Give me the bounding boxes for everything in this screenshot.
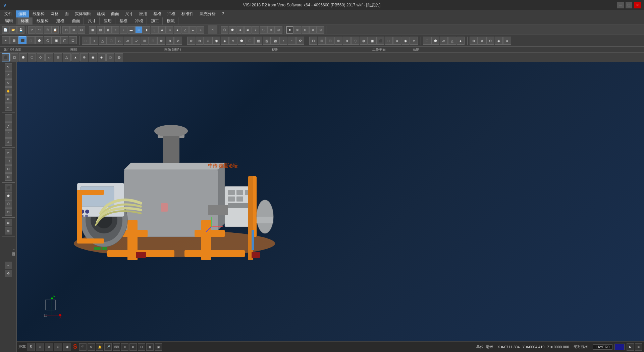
sb-solid3[interactable]: ⬡ bbox=[5, 200, 12, 208]
sb-select[interactable]: ↖ bbox=[5, 63, 12, 71]
special-btn4[interactable]: ◈ bbox=[236, 26, 244, 34]
tb-misc10[interactable]: ▰ bbox=[158, 26, 166, 34]
sb-rotate[interactable]: ↻ bbox=[5, 79, 12, 87]
view-icon9[interactable]: ⬛ bbox=[376, 37, 384, 45]
tb-misc4[interactable]: ▪ bbox=[112, 26, 119, 34]
menu-edit[interactable]: 编辑 bbox=[16, 10, 29, 17]
bb-btn2[interactable]: ⊕ bbox=[36, 343, 44, 351]
attr-btn1[interactable]: ≡ bbox=[2, 36, 10, 44]
menu-mold[interactable]: 塑模 bbox=[151, 10, 164, 17]
sb-pointer[interactable]: ↗ bbox=[5, 71, 12, 79]
view-btn1[interactable]: ◻ bbox=[62, 26, 70, 34]
vt-btn13[interactable]: ◌ bbox=[106, 53, 114, 61]
wp-icon2[interactable]: ⬟ bbox=[431, 37, 439, 45]
status-icon9[interactable]: ▦ bbox=[146, 343, 154, 351]
vt-btn8[interactable]: △ bbox=[63, 53, 71, 61]
attr-btn9[interactable]: ☑ bbox=[69, 36, 77, 44]
sb-extend[interactable]: ⟶ bbox=[5, 157, 12, 165]
sb-trim[interactable]: ✂ bbox=[5, 149, 12, 157]
vt-btn14[interactable]: ◍ bbox=[115, 53, 123, 61]
sb-solid1[interactable]: ⬛ bbox=[5, 184, 12, 191]
menu-mesh[interactable]: 网格 bbox=[48, 10, 61, 17]
special-btn9[interactable]: ◎ bbox=[275, 26, 282, 34]
tab-machining[interactable]: 加工 bbox=[148, 17, 163, 25]
vt-btn6[interactable]: ▱ bbox=[45, 53, 53, 61]
sb-line[interactable]: ╱ bbox=[5, 122, 12, 130]
img-btn8[interactable]: ⬡ bbox=[246, 37, 254, 45]
tb-misc7[interactable]: ▭ bbox=[135, 26, 143, 34]
sys-icon4[interactable]: ◉ bbox=[495, 37, 503, 45]
menu-standard[interactable]: 标准件 bbox=[179, 10, 196, 17]
view-icon11[interactable]: ◈ bbox=[393, 37, 401, 45]
img-btn5[interactable]: ◈ bbox=[221, 37, 229, 45]
tb-misc2[interactable]: ▧ bbox=[97, 26, 104, 34]
new-button[interactable]: 📄 bbox=[2, 26, 9, 34]
special-btn5[interactable]: ◉ bbox=[244, 26, 252, 34]
tab-standard[interactable]: 标准 bbox=[17, 17, 33, 25]
minimize-button[interactable]: ─ bbox=[617, 2, 624, 8]
menu-dimension[interactable]: 尺寸 bbox=[122, 10, 136, 17]
view-icon6[interactable]: ◌ bbox=[351, 37, 359, 45]
img-btn14[interactable]: ⚙ bbox=[296, 37, 304, 45]
tab-flow[interactable]: 楔流 bbox=[163, 17, 178, 25]
vt-btn7[interactable]: ⊞ bbox=[54, 53, 62, 61]
img-btn10[interactable]: ▧ bbox=[263, 37, 271, 45]
open-button[interactable]: 📂 bbox=[9, 26, 17, 34]
attr-btn4[interactable]: ◻ bbox=[27, 36, 35, 44]
img-btn13[interactable]: ▫ bbox=[288, 37, 296, 45]
bb-btn5[interactable]: ◉ bbox=[63, 343, 71, 351]
tb-misc9[interactable]: ▯ bbox=[151, 26, 158, 34]
tab-mold[interactable]: 塑模 bbox=[116, 17, 131, 25]
img-btn1[interactable]: ⊕ bbox=[187, 37, 195, 45]
wp-icon4[interactable]: △ bbox=[448, 37, 456, 45]
shape-btn2[interactable]: ○ bbox=[90, 37, 98, 45]
close-button[interactable]: ✕ bbox=[634, 2, 641, 8]
vt-btn3[interactable]: ⬟ bbox=[19, 53, 27, 61]
tb-misc12[interactable]: ▲ bbox=[174, 26, 181, 34]
menu-curve[interactable]: 曲面 bbox=[108, 10, 122, 17]
menu-die[interactable]: 冲模 bbox=[165, 10, 178, 17]
shape-btn12[interactable]: ⊘ bbox=[174, 37, 182, 45]
sys-btn3[interactable]: ⊗ bbox=[309, 26, 317, 34]
status-icon7[interactable]: ⊗ bbox=[129, 343, 137, 351]
copy-button[interactable]: ⎘ bbox=[44, 26, 51, 34]
img-btn3[interactable]: ⊖ bbox=[204, 37, 212, 45]
sb-prop1[interactable]: ≡ bbox=[5, 262, 12, 269]
sb-pan[interactable]: ✋ bbox=[5, 87, 12, 95]
tab-die[interactable]: 冲模 bbox=[132, 17, 147, 25]
status-icon4[interactable]: 🎤 bbox=[104, 343, 112, 351]
status-icon10[interactable]: ▣ bbox=[155, 343, 162, 351]
menu-apply[interactable]: 应用 bbox=[137, 10, 150, 17]
shape-btn9[interactable]: ⊟ bbox=[149, 37, 157, 45]
shape-btn6[interactable]: ▱ bbox=[124, 37, 132, 45]
tab-dimension[interactable]: 尺寸 bbox=[85, 17, 100, 25]
attr-btn3[interactable]: ⬛ bbox=[18, 36, 26, 44]
img-btn11[interactable]: ▩ bbox=[271, 37, 279, 45]
shape-btn4[interactable]: ⬡ bbox=[107, 37, 115, 45]
img-btn6[interactable]: ◊ bbox=[229, 37, 237, 45]
tb-misc15[interactable]: ▵ bbox=[197, 26, 204, 34]
view-icon3[interactable]: ⊟ bbox=[326, 37, 334, 45]
tb-misc5[interactable]: ▫ bbox=[120, 26, 127, 34]
vt-btn2[interactable]: ◻ bbox=[10, 53, 18, 61]
status-icon5[interactable]: ⌨ bbox=[113, 343, 120, 351]
special-btn1[interactable]: tI bbox=[208, 26, 217, 34]
maximize-button[interactable]: □ bbox=[626, 2, 632, 8]
vt-btn4[interactable]: ⬡ bbox=[28, 53, 36, 61]
sb-mirror[interactable]: ⊞ bbox=[5, 173, 12, 181]
attr-btn2[interactable]: ⊞ bbox=[10, 36, 18, 44]
tb-misc13[interactable]: △ bbox=[181, 26, 189, 34]
wp-icon1[interactable]: ⬡ bbox=[423, 37, 431, 45]
shape-btn7[interactable]: ⬭ bbox=[132, 37, 140, 45]
vt-btn5[interactable]: ◇ bbox=[37, 53, 45, 61]
tb-misc8[interactable]: ▮ bbox=[143, 26, 150, 34]
tb-misc11[interactable]: ▱ bbox=[166, 26, 173, 34]
view-btn2[interactable]: ⊞ bbox=[70, 26, 77, 34]
sys-btn4[interactable]: ⊘ bbox=[317, 26, 324, 34]
special-btn8[interactable]: ◍ bbox=[267, 26, 275, 34]
view-icon4[interactable]: ⊕ bbox=[334, 37, 342, 45]
view-btn3[interactable]: ⊟ bbox=[78, 26, 85, 34]
sb-circle[interactable]: ○ bbox=[5, 138, 12, 146]
sb-prop2[interactable]: ⚙ bbox=[5, 270, 12, 277]
view-icon8[interactable]: ▣ bbox=[368, 37, 376, 45]
